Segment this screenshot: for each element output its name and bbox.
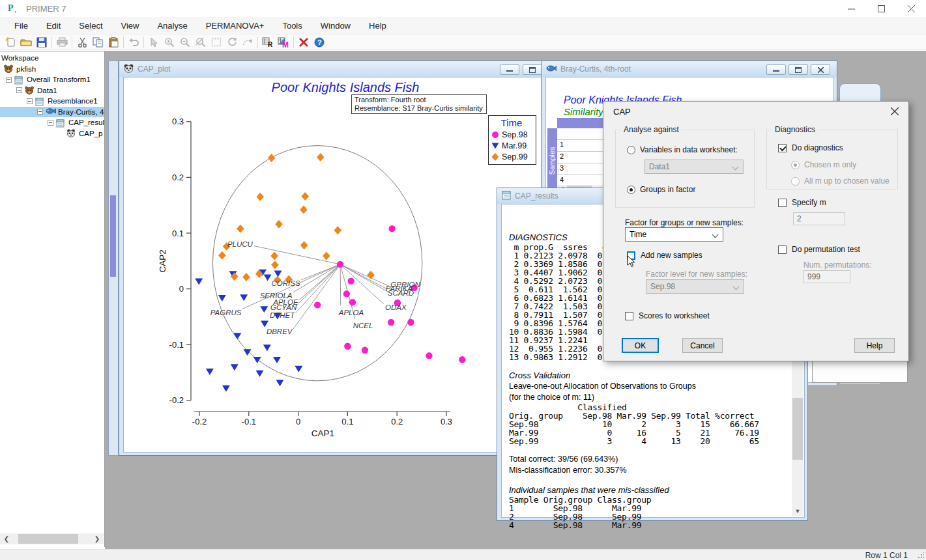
help-icon[interactable]: ? (311, 35, 327, 49)
radio-selected-icon[interactable] (627, 186, 635, 194)
workspace-tree-panel: WorkspacepkfishOverall Transform1Data1Re… (0, 51, 105, 547)
specify-m-checkbox[interactable]: Specify m (778, 198, 826, 207)
bc-minimize-icon[interactable] (766, 64, 786, 75)
svg-text:0.2: 0.2 (172, 173, 184, 182)
results-scroll-thumb[interactable] (792, 398, 803, 460)
select-region-icon (209, 35, 224, 49)
bray-curtis-titlebar[interactable]: Bray-Curtis, 4th-root (542, 61, 837, 77)
new-file-icon[interactable] (3, 35, 18, 49)
do-diagnostics-checkbox[interactable]: Do diagnostics (778, 143, 843, 152)
rank-matrix-icon[interactable]: R (260, 35, 276, 49)
tree-item-workspace[interactable]: Workspace (0, 53, 104, 63)
matrix-display-icon[interactable]: M (276, 35, 291, 49)
plot-maximize-icon[interactable] (523, 64, 542, 75)
cap-plot-canvas[interactable]: 0.30.20.10-0.1-0.2-0.2-0.100.10.20.3CAP1… (123, 77, 544, 453)
menu-item-window[interactable]: Window (311, 18, 360, 33)
bc-maximize-icon[interactable] (789, 64, 808, 75)
menu-item-help[interactable]: Help (360, 18, 396, 33)
collapse-icon[interactable] (16, 87, 22, 93)
collapse-icon[interactable] (48, 120, 53, 126)
menu-item-permanova[interactable]: PERMANOVA+ (197, 18, 274, 33)
tree-item-cap_p[interactable]: CAP_p (0, 128, 104, 139)
add-new-samples-checkbox[interactable]: Add new samples (627, 251, 702, 260)
menu-item-select[interactable]: Select (70, 18, 111, 33)
scroll-down-icon[interactable]: ▼ (792, 505, 803, 516)
radio-icon[interactable] (627, 146, 635, 154)
svg-text:P: P (8, 3, 14, 13)
do-permutation-checkbox[interactable]: Do permutation test (778, 245, 860, 254)
menu-item-file[interactable]: File (5, 18, 37, 33)
bc-close-icon[interactable] (811, 64, 830, 75)
variables-radio[interactable]: Variables in data worksheet: (627, 145, 738, 154)
cap-plot-window: CAP_plot 0.30.20.10-0.1-0.2-0.2-0.100.10… (119, 61, 547, 456)
toolbar-separator (72, 36, 72, 48)
checkbox-checked-icon[interactable] (778, 144, 787, 152)
checkbox-icon[interactable] (778, 245, 787, 254)
specify-m-input: 2 (793, 212, 845, 225)
svg-text:0: 0 (296, 417, 300, 427)
cap-plot-title: CAP_plot (137, 64, 171, 74)
save-icon[interactable] (34, 35, 50, 49)
checkbox-icon[interactable] (625, 312, 633, 320)
scroll-right-icon[interactable]: ❯ (92, 534, 102, 544)
legend-entry-sep98: Sep.98 (491, 130, 536, 139)
collapse-icon[interactable] (6, 77, 12, 83)
collapse-icon[interactable] (37, 109, 43, 115)
checkbox-icon[interactable] (778, 199, 787, 207)
plot-minimize-icon[interactable] (500, 64, 519, 75)
note-icon (56, 119, 66, 127)
triangle-down-marker-icon (491, 142, 499, 150)
tree-item-data1[interactable]: Data1 (0, 85, 104, 96)
help-button[interactable]: Help (854, 338, 895, 353)
tree-item-overall-transform1[interactable]: Overall Transform1 (0, 74, 104, 85)
ok-button[interactable]: OK (622, 338, 659, 353)
menu-item-edit[interactable]: Edit (37, 18, 70, 33)
results-line (509, 445, 789, 454)
pointer-icon (146, 35, 162, 49)
note-icon (14, 76, 24, 84)
factor-label: Factor for groups or new samples: (625, 218, 744, 227)
tree-item-pkfish[interactable]: pkfish (0, 64, 104, 74)
results-line (509, 476, 789, 484)
menu-item-view[interactable]: View (112, 18, 149, 33)
resize-grip[interactable] (918, 552, 924, 559)
close-button[interactable] (896, 0, 926, 17)
svg-text:0.2: 0.2 (391, 417, 403, 427)
factor-combo[interactable]: Time (625, 227, 723, 242)
menu-item-analyse[interactable]: Analyse (148, 18, 196, 33)
tree-item-cap_resul[interactable]: CAP_resul (0, 117, 104, 128)
dialog-close-icon[interactable] (885, 104, 904, 119)
cancel-button[interactable]: Cancel (682, 338, 723, 353)
note-icon (35, 97, 45, 105)
minimize-button[interactable] (836, 0, 866, 17)
copy-icon[interactable] (90, 35, 106, 49)
tree-horizontal-scrollbar[interactable]: ❮ ❯ (0, 533, 104, 544)
maximize-button[interactable] (866, 0, 896, 17)
delete-icon[interactable] (296, 35, 311, 49)
svg-text:PAGRUS: PAGRUS (210, 309, 242, 316)
legend-entry-mar99: Mar.99 (491, 141, 536, 150)
cap-plot-titlebar[interactable]: CAP_plot (119, 61, 547, 77)
tree-item-resemblance1[interactable]: Resemblance1 (0, 96, 104, 106)
results-line: Total correct: 39/56 (69.643%) (509, 454, 789, 465)
num-permutations-label: Num. permutations: (803, 260, 872, 270)
tree-item-label: pkfish (16, 65, 36, 73)
scores-checkbox[interactable]: Scores to worksheet (625, 311, 710, 320)
tree-scroll-thumb[interactable] (18, 534, 78, 544)
paste-icon[interactable] (106, 35, 121, 49)
collapse-icon[interactable] (27, 98, 33, 104)
svg-text:ODAX: ODAX (385, 303, 407, 311)
tree-item-bray-curtis-4[interactable]: Bray-Curtis, 4 (0, 107, 104, 117)
primer-logo-icon: P, (8, 3, 20, 15)
cut-icon[interactable] (74, 35, 90, 49)
svg-text:-0.1: -0.1 (169, 340, 184, 350)
all-m-radio: All m up to chosen value (791, 176, 890, 186)
app-titlebar: P, PRIMER 7 (0, 0, 926, 17)
data-icon (25, 86, 35, 94)
scroll-left-icon[interactable]: ❮ (1, 534, 12, 544)
open-folder-icon[interactable] (18, 35, 34, 49)
chosen-m-radio: Chosen m only (791, 160, 856, 169)
groups-radio[interactable]: Groups in factor (627, 185, 695, 194)
all-m-label: All m up to chosen value (804, 176, 890, 186)
menu-item-tools[interactable]: Tools (273, 18, 311, 33)
